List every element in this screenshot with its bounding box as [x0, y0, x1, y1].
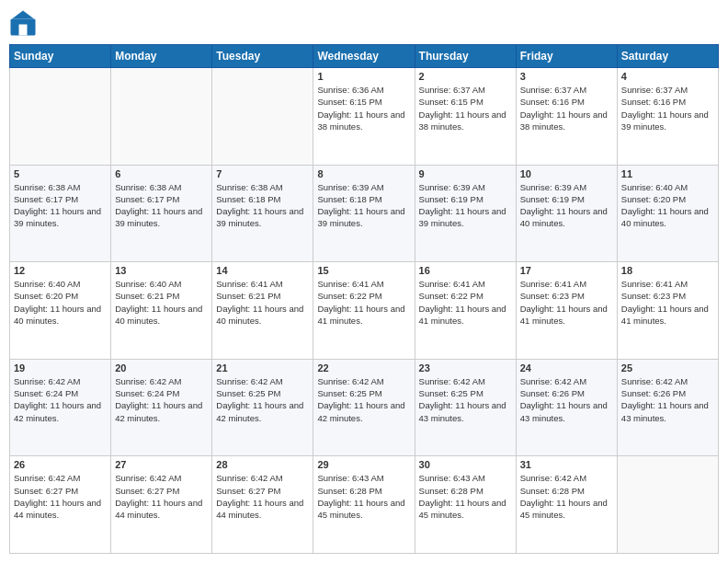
calendar-day-cell: 14Sunrise: 6:41 AM Sunset: 6:21 PM Dayli…	[212, 262, 313, 360]
day-info: Sunrise: 6:42 AM Sunset: 6:25 PM Dayligh…	[216, 375, 309, 424]
calendar-day-cell	[111, 68, 212, 166]
day-of-week-header: Wednesday	[313, 45, 415, 68]
calendar-day-cell: 23Sunrise: 6:42 AM Sunset: 6:25 PM Dayli…	[415, 359, 516, 456]
calendar-table: SundayMondayTuesdayWednesdayThursdayFrid…	[9, 44, 719, 554]
header	[9, 9, 719, 37]
svg-rect-2	[19, 25, 28, 36]
day-number: 31	[520, 459, 613, 470]
calendar-day-cell: 24Sunrise: 6:42 AM Sunset: 6:26 PM Dayli…	[516, 359, 617, 456]
calendar-day-cell: 15Sunrise: 6:41 AM Sunset: 6:22 PM Dayli…	[313, 262, 415, 360]
day-number: 21	[216, 362, 309, 373]
logo	[9, 9, 40, 37]
day-of-week-header: Friday	[516, 45, 617, 68]
day-number: 1	[317, 71, 410, 82]
page: SundayMondayTuesdayWednesdayThursdayFrid…	[0, 0, 728, 563]
calendar-day-cell	[10, 68, 111, 166]
day-info: Sunrise: 6:42 AM Sunset: 6:26 PM Dayligh…	[520, 375, 613, 424]
calendar-day-cell: 7Sunrise: 6:38 AM Sunset: 6:18 PM Daylig…	[212, 165, 313, 262]
day-info: Sunrise: 6:43 AM Sunset: 6:28 PM Dayligh…	[419, 472, 512, 521]
calendar-day-cell	[212, 68, 313, 166]
day-info: Sunrise: 6:42 AM Sunset: 6:27 PM Dayligh…	[216, 472, 309, 521]
day-info: Sunrise: 6:37 AM Sunset: 6:16 PM Dayligh…	[520, 84, 613, 132]
calendar-day-cell: 19Sunrise: 6:42 AM Sunset: 6:24 PM Dayli…	[10, 359, 111, 456]
calendar-day-cell: 2Sunrise: 6:37 AM Sunset: 6:15 PM Daylig…	[415, 68, 516, 166]
day-info: Sunrise: 6:38 AM Sunset: 6:17 PM Dayligh…	[115, 181, 208, 230]
day-info: Sunrise: 6:37 AM Sunset: 6:15 PM Dayligh…	[419, 84, 512, 132]
day-info: Sunrise: 6:42 AM Sunset: 6:24 PM Dayligh…	[14, 375, 107, 424]
calendar-week-row: 19Sunrise: 6:42 AM Sunset: 6:24 PM Dayli…	[10, 359, 719, 456]
day-info: Sunrise: 6:42 AM Sunset: 6:27 PM Dayligh…	[14, 472, 107, 521]
calendar-week-row: 1Sunrise: 6:36 AM Sunset: 6:15 PM Daylig…	[10, 68, 719, 166]
calendar-day-cell: 10Sunrise: 6:39 AM Sunset: 6:19 PM Dayli…	[516, 165, 617, 262]
calendar-day-cell: 13Sunrise: 6:40 AM Sunset: 6:21 PM Dayli…	[111, 262, 212, 360]
day-of-week-header: Saturday	[617, 45, 718, 68]
day-number: 28	[216, 459, 309, 470]
day-number: 7	[216, 168, 309, 179]
calendar-day-cell: 22Sunrise: 6:42 AM Sunset: 6:25 PM Dayli…	[313, 359, 415, 456]
calendar-day-cell: 29Sunrise: 6:43 AM Sunset: 6:28 PM Dayli…	[313, 456, 415, 554]
day-info: Sunrise: 6:41 AM Sunset: 6:22 PM Dayligh…	[419, 278, 512, 327]
calendar-day-cell: 6Sunrise: 6:38 AM Sunset: 6:17 PM Daylig…	[111, 165, 212, 262]
day-info: Sunrise: 6:40 AM Sunset: 6:20 PM Dayligh…	[621, 181, 714, 230]
calendar-day-cell: 28Sunrise: 6:42 AM Sunset: 6:27 PM Dayli…	[212, 456, 313, 554]
day-number: 22	[317, 362, 410, 373]
day-info: Sunrise: 6:40 AM Sunset: 6:21 PM Dayligh…	[115, 278, 208, 327]
day-number: 3	[520, 71, 613, 82]
calendar-day-cell: 20Sunrise: 6:42 AM Sunset: 6:24 PM Dayli…	[111, 359, 212, 456]
day-number: 13	[115, 265, 208, 276]
calendar-header-row: SundayMondayTuesdayWednesdayThursdayFrid…	[10, 45, 719, 68]
day-info: Sunrise: 6:41 AM Sunset: 6:21 PM Dayligh…	[216, 278, 309, 327]
calendar-day-cell: 16Sunrise: 6:41 AM Sunset: 6:22 PM Dayli…	[415, 262, 516, 360]
day-info: Sunrise: 6:36 AM Sunset: 6:15 PM Dayligh…	[317, 84, 410, 132]
calendar-day-cell: 9Sunrise: 6:39 AM Sunset: 6:19 PM Daylig…	[415, 165, 516, 262]
day-info: Sunrise: 6:42 AM Sunset: 6:26 PM Dayligh…	[621, 375, 714, 424]
day-number: 26	[14, 459, 107, 470]
day-number: 20	[115, 362, 208, 373]
calendar-day-cell: 4Sunrise: 6:37 AM Sunset: 6:16 PM Daylig…	[617, 68, 718, 166]
calendar-day-cell: 25Sunrise: 6:42 AM Sunset: 6:26 PM Dayli…	[617, 359, 718, 456]
logo-icon	[9, 9, 37, 37]
day-number: 24	[520, 362, 613, 373]
calendar-day-cell: 17Sunrise: 6:41 AM Sunset: 6:23 PM Dayli…	[516, 262, 617, 360]
day-number: 30	[419, 459, 512, 470]
day-info: Sunrise: 6:39 AM Sunset: 6:18 PM Dayligh…	[317, 181, 410, 230]
day-number: 9	[419, 168, 512, 179]
day-number: 6	[115, 168, 208, 179]
day-info: Sunrise: 6:41 AM Sunset: 6:22 PM Dayligh…	[317, 278, 410, 327]
day-info: Sunrise: 6:38 AM Sunset: 6:17 PM Dayligh…	[14, 181, 107, 230]
day-number: 12	[14, 265, 107, 276]
calendar-week-row: 12Sunrise: 6:40 AM Sunset: 6:20 PM Dayli…	[10, 262, 719, 360]
day-number: 14	[216, 265, 309, 276]
day-info: Sunrise: 6:43 AM Sunset: 6:28 PM Dayligh…	[317, 472, 410, 521]
day-number: 16	[419, 265, 512, 276]
day-info: Sunrise: 6:42 AM Sunset: 6:28 PM Dayligh…	[520, 472, 613, 521]
calendar-day-cell: 12Sunrise: 6:40 AM Sunset: 6:20 PM Dayli…	[10, 262, 111, 360]
day-of-week-header: Monday	[111, 45, 212, 68]
calendar-day-cell: 31Sunrise: 6:42 AM Sunset: 6:28 PM Dayli…	[516, 456, 617, 554]
calendar-day-cell	[617, 456, 718, 554]
calendar-week-row: 5Sunrise: 6:38 AM Sunset: 6:17 PM Daylig…	[10, 165, 719, 262]
calendar-day-cell: 11Sunrise: 6:40 AM Sunset: 6:20 PM Dayli…	[617, 165, 718, 262]
day-number: 27	[115, 459, 208, 470]
day-info: Sunrise: 6:42 AM Sunset: 6:27 PM Dayligh…	[115, 472, 208, 521]
day-number: 23	[419, 362, 512, 373]
day-info: Sunrise: 6:39 AM Sunset: 6:19 PM Dayligh…	[419, 181, 512, 230]
calendar-day-cell: 3Sunrise: 6:37 AM Sunset: 6:16 PM Daylig…	[516, 68, 617, 166]
day-number: 18	[621, 265, 714, 276]
calendar-day-cell: 18Sunrise: 6:41 AM Sunset: 6:23 PM Dayli…	[617, 262, 718, 360]
day-info: Sunrise: 6:41 AM Sunset: 6:23 PM Dayligh…	[621, 278, 714, 327]
calendar-day-cell: 21Sunrise: 6:42 AM Sunset: 6:25 PM Dayli…	[212, 359, 313, 456]
day-number: 29	[317, 459, 410, 470]
day-number: 19	[14, 362, 107, 373]
day-number: 15	[317, 265, 410, 276]
calendar-day-cell: 1Sunrise: 6:36 AM Sunset: 6:15 PM Daylig…	[313, 68, 415, 166]
day-info: Sunrise: 6:37 AM Sunset: 6:16 PM Dayligh…	[621, 84, 714, 132]
day-number: 8	[317, 168, 410, 179]
day-info: Sunrise: 6:40 AM Sunset: 6:20 PM Dayligh…	[14, 278, 107, 327]
calendar-day-cell: 8Sunrise: 6:39 AM Sunset: 6:18 PM Daylig…	[313, 165, 415, 262]
day-of-week-header: Sunday	[10, 45, 111, 68]
calendar-day-cell: 5Sunrise: 6:38 AM Sunset: 6:17 PM Daylig…	[10, 165, 111, 262]
day-info: Sunrise: 6:38 AM Sunset: 6:18 PM Dayligh…	[216, 181, 309, 230]
day-number: 5	[14, 168, 107, 179]
day-number: 4	[621, 71, 714, 82]
